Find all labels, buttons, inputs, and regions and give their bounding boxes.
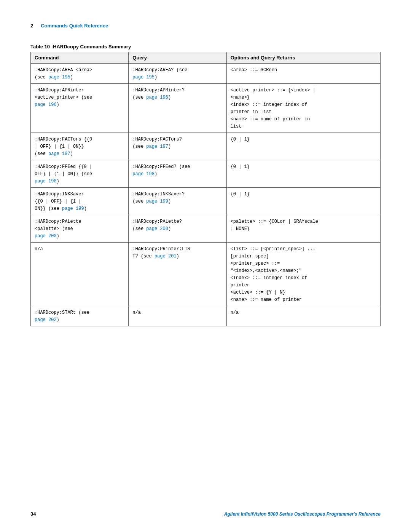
cell-query: :HARDcopy:INKSaver?(see page 199) — [129, 188, 226, 215]
cell-command: :HARDcopy:APRinter<active_printer> (seep… — [31, 84, 129, 133]
table-row: :HARDcopy:STARt (seepage 202)n/an/a — [31, 306, 381, 326]
table-row: n/a:HARDcopy:PRinter:LIST? (see page 201… — [31, 243, 381, 306]
col-header-query: Query — [129, 52, 226, 64]
table-row: :HARDcopy:APRinter<active_printer> (seep… — [31, 84, 381, 133]
cell-query: :HARDcopy:APRinter?(see page 196) — [129, 84, 226, 133]
cell-command: :HARDcopy:INKSaver{{0 | OFF} | {1 |ON}} … — [31, 188, 129, 215]
col-header-options: Options and Query Returns — [226, 52, 380, 64]
table-row: :HARDcopy:FFEed {{0 |OFF} | {1 | ON}} (s… — [31, 160, 381, 188]
cell-options: {0 | 1} — [226, 133, 380, 160]
cell-command: n/a — [31, 243, 129, 306]
table-row: :HARDcopy:AREA <area>(see page 195):HARD… — [31, 64, 381, 84]
table-row: :HARDcopy:FACTors {{0| OFF} | {1 | ON}}(… — [31, 133, 381, 160]
cell-command: :HARDcopy:FFEed {{0 |OFF} | {1 | ON}} (s… — [31, 160, 129, 188]
page: 2 Commands Quick Reference Table 10 :HAR… — [0, 0, 411, 532]
cell-options: {0 | 1} — [226, 160, 380, 188]
cell-options: n/a — [226, 306, 380, 326]
cell-options: <active_printer> ::= {<index> |<name>}<i… — [226, 84, 380, 133]
cell-query: :HARDcopy:PALette?(see page 200) — [129, 215, 226, 243]
footer: 34 Agilent InfiniiVision 5000 Series Osc… — [30, 511, 381, 517]
col-header-command: Command — [31, 52, 129, 64]
table-caption-text: :HARDcopy Commands Summary — [50, 44, 131, 50]
cell-command: :HARDcopy:FACTors {{0| OFF} | {1 | ON}}(… — [31, 133, 129, 160]
cell-query: :HARDcopy:FFEed? (seepage 198) — [129, 160, 226, 188]
commands-table: Command Query Options and Query Returns … — [30, 52, 381, 326]
cell-command: :HARDcopy:AREA <area>(see page 195) — [31, 64, 129, 84]
cell-options: <area> ::= SCReen — [226, 64, 380, 84]
table-caption: Table 10 :HARDcopy Commands Summary — [30, 44, 381, 50]
section-title: Commands Quick Reference — [41, 23, 108, 29]
cell-query: :HARDcopy:FACTors?(see page 197) — [129, 133, 226, 160]
section-number: 2 — [30, 23, 33, 29]
table-header-row: Command Query Options and Query Returns — [31, 52, 381, 64]
cell-query: :HARDcopy:AREA? (seepage 195) — [129, 64, 226, 84]
cell-query: :HARDcopy:PRinter:LIST? (see page 201) — [129, 243, 226, 306]
cell-query: n/a — [129, 306, 226, 326]
cell-options: <list> ::= [<printer_spec>] ...[printer_… — [226, 243, 380, 306]
table-row: :HARDcopy:INKSaver{{0 | OFF} | {1 |ON}} … — [31, 188, 381, 215]
section-header: 2 Commands Quick Reference — [30, 23, 381, 29]
table-row: :HARDcopy:PALette<palette> (seepage 200)… — [31, 215, 381, 243]
cell-options: <palette> ::= {COLor | GRAYscale| NONE} — [226, 215, 380, 243]
cell-options: {0 | 1} — [226, 188, 380, 215]
cell-command: :HARDcopy:PALette<palette> (seepage 200) — [31, 215, 129, 243]
footer-page-number: 34 — [30, 511, 36, 517]
table-label: Table 10 — [30, 44, 50, 50]
footer-product-name: Agilent InfiniiVision 5000 Series Oscill… — [224, 511, 381, 517]
cell-command: :HARDcopy:STARt (seepage 202) — [31, 306, 129, 326]
